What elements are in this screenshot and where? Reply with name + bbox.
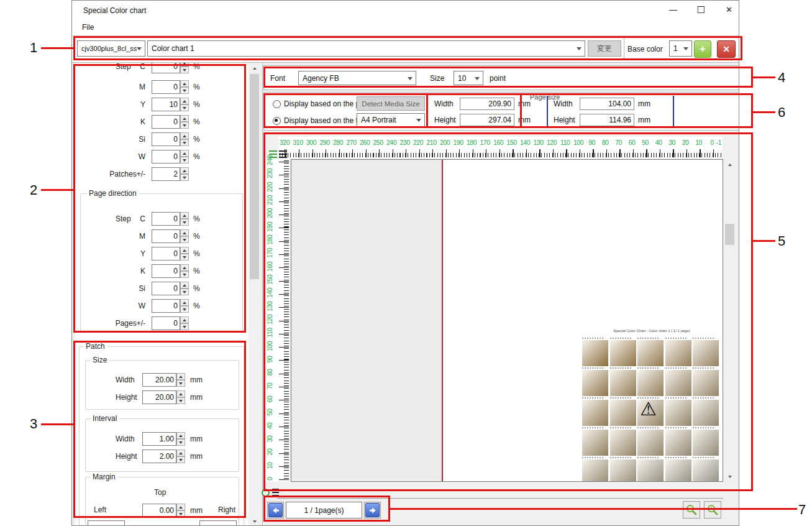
- spin-down-icon[interactable]: [180, 122, 189, 129]
- spinner-buttons[interactable]: [176, 450, 185, 463]
- radio-media-size[interactable]: [273, 100, 281, 108]
- spinner-buttons[interactable]: [176, 373, 185, 387]
- media-width-value[interactable]: 209.90: [460, 98, 514, 110]
- change-button[interactable]: 変更: [588, 40, 621, 57]
- device-select[interactable]: cjv300plus_8cl_ss: [77, 40, 145, 57]
- spinner-buttons[interactable]: [180, 212, 189, 226]
- spinner-buttons[interactable]: [176, 390, 185, 404]
- spin-up-icon[interactable]: [180, 282, 189, 288]
- origin-toggle-icon[interactable]: [262, 489, 270, 497]
- patch-height-value[interactable]: 20.00: [142, 390, 176, 404]
- zoom-in-button[interactable]: [704, 501, 721, 519]
- spin-value[interactable]: 0: [152, 247, 180, 261]
- spin-up-icon[interactable]: [176, 373, 185, 380]
- left-pane-scrollbar[interactable]: [249, 63, 260, 526]
- spinner-buttons[interactable]: [176, 432, 185, 446]
- spinner-buttons[interactable]: [180, 247, 189, 261]
- scrollbar-thumb[interactable]: [725, 224, 734, 245]
- margin-top-value[interactable]: 0.00: [142, 504, 176, 517]
- spin-down-icon[interactable]: [180, 67, 189, 73]
- scroll-down-icon[interactable]: [724, 471, 735, 482]
- spin-down-icon[interactable]: [180, 236, 189, 243]
- margin-left-value[interactable]: [88, 520, 125, 526]
- page-size-height-value[interactable]: 114.96: [580, 114, 634, 126]
- spin-up-icon[interactable]: [176, 432, 185, 439]
- spin-up-icon[interactable]: [180, 229, 189, 236]
- spin-down-icon[interactable]: [176, 380, 185, 387]
- spin-value[interactable]: 0: [152, 150, 180, 164]
- spin-down-icon[interactable]: [176, 397, 185, 404]
- ruler-menu-icon[interactable]: [279, 150, 287, 159]
- spin-value[interactable]: 2: [152, 167, 180, 181]
- scroll-up-icon[interactable]: [249, 63, 260, 73]
- spin-down-icon[interactable]: [180, 271, 189, 278]
- spin-up-icon[interactable]: [180, 247, 189, 254]
- spin-down-icon[interactable]: [176, 456, 185, 463]
- spin-down-icon[interactable]: [180, 288, 189, 295]
- spin-value[interactable]: 0: [152, 80, 180, 94]
- spinner-buttons[interactable]: [180, 132, 189, 146]
- spin-value[interactable]: 0: [152, 282, 180, 295]
- spinner-buttons[interactable]: [180, 167, 189, 181]
- chart-name-combo[interactable]: Color chart 1: [147, 40, 585, 57]
- spin-up-icon[interactable]: [180, 299, 189, 306]
- spinner-buttons[interactable]: [180, 299, 189, 313]
- spinner-buttons[interactable]: [180, 229, 189, 243]
- spinner-buttons[interactable]: [176, 504, 185, 517]
- base-color-select[interactable]: 1: [669, 40, 692, 57]
- spin-value[interactable]: 0: [152, 115, 180, 129]
- close-button[interactable]: ✕: [715, 1, 739, 19]
- scroll-up-icon[interactable]: [724, 159, 735, 170]
- preview-canvas[interactable]: Special Color Chart : Color chart 1 ( 1/…: [291, 159, 723, 482]
- spin-up-icon[interactable]: [180, 98, 189, 104]
- spin-value[interactable]: 0: [152, 132, 180, 146]
- font-size-select[interactable]: 10: [454, 71, 483, 85]
- spin-down-icon[interactable]: [180, 254, 189, 261]
- spin-down-icon[interactable]: [180, 174, 189, 181]
- spin-value[interactable]: 0: [152, 229, 180, 243]
- spinner-buttons[interactable]: [180, 115, 189, 129]
- spin-up-icon[interactable]: [180, 80, 189, 87]
- prev-page-button[interactable]: [267, 502, 284, 519]
- next-page-button[interactable]: [364, 502, 381, 519]
- spin-down-icon[interactable]: [180, 104, 189, 111]
- spin-down-icon[interactable]: [180, 219, 189, 226]
- spinner-buttons[interactable]: [180, 316, 189, 330]
- maximize-button[interactable]: ☐: [687, 1, 715, 19]
- spin-value[interactable]: 0: [152, 299, 180, 313]
- interval-width-value[interactable]: 1.00: [142, 432, 176, 446]
- spin-value[interactable]: 0: [152, 264, 180, 278]
- spinner-buttons[interactable]: [180, 80, 189, 94]
- spinner-buttons[interactable]: [180, 98, 189, 111]
- detect-media-size-button[interactable]: Detect Media Size: [357, 96, 425, 111]
- spin-down-icon[interactable]: [176, 510, 185, 517]
- spin-value[interactable]: 0: [152, 212, 180, 226]
- spin-up-icon[interactable]: [180, 167, 189, 174]
- delete-chart-button[interactable]: ✕: [717, 40, 736, 58]
- interval-height-value[interactable]: 2.00: [142, 450, 176, 463]
- spin-down-icon[interactable]: [176, 439, 185, 446]
- margin-right-value[interactable]: [199, 520, 237, 526]
- spin-down-icon[interactable]: [180, 87, 189, 94]
- spin-down-icon[interactable]: [180, 139, 189, 146]
- scroll-down-icon[interactable]: [249, 516, 260, 526]
- spin-value[interactable]: 0: [152, 63, 180, 73]
- zoom-out-button[interactable]: [683, 501, 700, 519]
- spinner-buttons[interactable]: [180, 63, 189, 73]
- spinner-buttons[interactable]: [180, 264, 189, 278]
- spin-value[interactable]: 0: [152, 316, 180, 330]
- media-height-value[interactable]: 297.04: [460, 114, 514, 126]
- minimize-button[interactable]: —: [659, 1, 687, 19]
- spin-up-icon[interactable]: [180, 316, 189, 323]
- paper-size-select[interactable]: A4 Portrait: [357, 113, 425, 127]
- scrollbar-thumb[interactable]: [250, 74, 259, 279]
- preview-scrollbar[interactable]: [724, 159, 735, 482]
- spinner-buttons[interactable]: [180, 150, 189, 164]
- spinner-buttons[interactable]: [180, 282, 189, 295]
- list-icon[interactable]: [272, 489, 279, 496]
- patch-width-value[interactable]: 20.00: [142, 373, 176, 387]
- spin-up-icon[interactable]: [180, 150, 189, 157]
- spin-up-icon[interactable]: [180, 212, 189, 219]
- spin-up-icon[interactable]: [180, 264, 189, 271]
- spin-up-icon[interactable]: [180, 132, 189, 139]
